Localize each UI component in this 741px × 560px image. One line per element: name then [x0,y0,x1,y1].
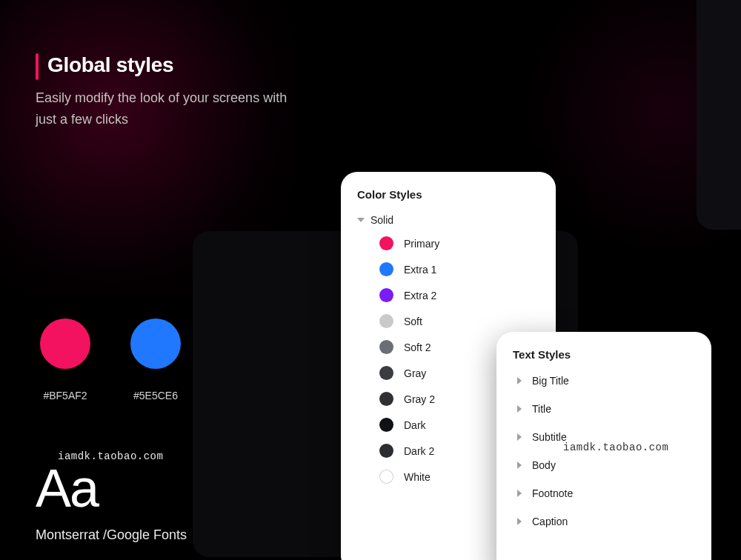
swatch-hex-0: #BF5AF2 [43,390,87,401]
chevron-right-icon [517,518,522,525]
color-item-extra-2[interactable]: Extra 2 [341,282,556,308]
text-item-label: Subtitle [532,431,567,443]
color-styles-title: Color Styles [341,188,556,207]
chevron-down-icon [357,218,365,222]
color-dot-icon [379,340,393,354]
color-item-label: Soft [404,316,422,327]
color-item-label: Gray 2 [404,393,435,405]
chevron-right-icon [517,461,522,469]
text-item-caption[interactable]: Caption [496,507,711,536]
color-item-soft[interactable]: Soft [341,308,556,334]
color-item-primary[interactable]: Primary [341,230,556,256]
color-dot-icon [379,314,393,328]
text-item-label: Big Title [532,375,569,387]
color-dot-icon [379,262,393,276]
color-item-label: Dark [404,419,426,431]
color-item-label: Gray [404,367,426,379]
color-dot-icon [379,366,393,380]
typography-sample: Aa [36,458,98,519]
text-item-label: Body [532,459,556,471]
text-item-label: Title [532,403,551,415]
page-subtitle: Easily modify the look of your screens w… [36,87,288,130]
color-group-label: Solid [370,214,393,226]
color-item-label: Extra 2 [404,290,436,301]
color-item-label: Extra 1 [404,264,436,276]
chevron-right-icon [517,405,522,413]
chevron-right-icon [517,490,522,497]
color-dot-icon [379,470,393,484]
text-item-footnote[interactable]: Footnote [496,479,711,507]
dark-panel-right [697,0,741,230]
swatch-circle-0 [40,319,90,369]
swatch-circle-1 [130,319,181,369]
text-item-label: Footnote [532,487,573,499]
color-dot-icon [379,288,393,302]
text-item-title[interactable]: Title [496,395,711,423]
text-item-label: Caption [532,516,568,527]
color-dot-icon [379,444,393,458]
chevron-right-icon [517,377,522,384]
color-item-label: Dark 2 [404,445,434,457]
color-dot-icon [379,418,393,432]
color-group-solid[interactable]: Solid [341,207,556,230]
watermark-right: iamdk.taobao.com [563,441,668,453]
text-styles-title: Text Styles [496,348,711,367]
chevron-right-icon [517,433,522,441]
color-dot-icon [379,392,393,406]
swatch-hex-1: #5E5CE6 [133,390,178,401]
color-dot-icon [379,236,393,250]
accent-bar [36,53,39,80]
page-title: Global styles [47,53,173,77]
swatch-0: #BF5AF2 [36,319,95,401]
color-item-label: White [404,471,431,483]
swatch-1: #5E5CE6 [126,319,185,401]
color-item-extra-1[interactable]: Extra 1 [341,256,556,282]
color-item-label: Soft 2 [404,341,431,353]
text-item-big-title[interactable]: Big Title [496,367,711,395]
text-item-body[interactable]: Body [496,451,711,479]
color-item-label: Primary [404,238,439,250]
typography-label: Montserrat /Google Fonts [36,527,187,543]
